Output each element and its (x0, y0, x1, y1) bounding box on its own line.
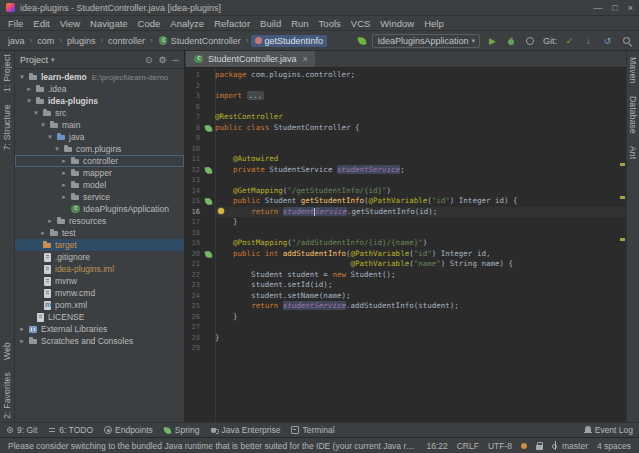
breadcrumb-studentcontroller[interactable]: StudentController (156, 35, 243, 47)
warning-stripe-mark[interactable] (620, 163, 625, 166)
tree-toggle-icon[interactable]: ▸ (60, 169, 68, 177)
spring-bean-gutter-icon[interactable] (205, 250, 212, 257)
code-line-6[interactable]: 6 (185, 102, 626, 113)
tool-window-button-java-enterprise[interactable]: Java Enterprise (210, 425, 280, 435)
line-number[interactable]: 29 (185, 343, 203, 354)
code-line-15[interactable]: 15 public Student getStudentInfo(@PathVa… (185, 196, 626, 207)
tree-item-ideapluginsapplication[interactable]: IdeaPluginsApplication (15, 203, 184, 215)
code-line-28[interactable]: 28} (185, 333, 626, 344)
tree-toggle-icon[interactable]: ▾ (32, 109, 40, 117)
tree-item-learn-demo[interactable]: ▾learn-demoE:\project\learn-demo (15, 71, 184, 83)
breadcrumb-getstudentinfo[interactable]: getStudentInfo (251, 35, 327, 47)
menu-item-tools[interactable]: Tools (314, 17, 346, 30)
tool-window-button-endpoints[interactable]: Endpoints (104, 425, 153, 435)
project-view-selector[interactable]: Project ▾ (20, 55, 55, 65)
tree-toggle-icon[interactable]: ▾ (53, 145, 61, 153)
line-number[interactable]: 2 (185, 81, 203, 92)
line-number[interactable]: 17 (185, 217, 203, 228)
update-indicator-icon[interactable] (521, 443, 527, 449)
tree-item-external-libraries[interactable]: ▸External Libraries (15, 323, 184, 335)
tree-toggle-icon[interactable]: ▾ (25, 97, 33, 105)
code-line-12[interactable]: 12 private StudentService studentService… (185, 165, 626, 176)
line-number[interactable]: 13 (185, 175, 203, 186)
tree-item-resources[interactable]: ▸resources (15, 215, 184, 227)
line-number[interactable]: 11 (185, 154, 203, 165)
tool-window-button-6-todo[interactable]: 6: TODO (48, 425, 93, 435)
run-button[interactable]: ▶ (486, 34, 499, 47)
code-line-21[interactable]: 21 @PathVariable("name") String name) { (185, 259, 626, 270)
tree-item-controller[interactable]: ▸controller (15, 155, 184, 167)
line-number[interactable]: 27 (185, 322, 203, 333)
menu-item-help[interactable]: Help (419, 17, 449, 30)
line-number[interactable]: 24 (185, 291, 203, 302)
tab-close-icon[interactable]: × (303, 54, 308, 64)
tree-toggle-icon[interactable]: ▸ (18, 337, 26, 345)
tree-toggle-icon[interactable]: ▸ (60, 193, 68, 201)
code-line-24[interactable]: 24 student.setName(name); (185, 291, 626, 302)
editor-tab-studentcontroller-java[interactable]: StudentController.java× (186, 51, 315, 67)
menu-item-run[interactable]: Run (286, 17, 313, 30)
intention-bulb-icon[interactable] (218, 208, 224, 214)
breadcrumb-java[interactable]: java (6, 35, 27, 47)
tree-item-model[interactable]: ▸model (15, 179, 184, 191)
profiler-button[interactable] (524, 34, 537, 47)
line-number[interactable]: 14 (185, 186, 203, 197)
tree-item-com-plugins[interactable]: ▾com.plugins (15, 143, 184, 155)
search-everywhere-button[interactable] (620, 34, 633, 47)
line-number[interactable]: 23 (185, 280, 203, 291)
breadcrumb-com[interactable]: com (35, 35, 56, 47)
line-number[interactable]: 28 (185, 333, 203, 344)
tool-window-tab-web[interactable]: Web (2, 342, 12, 360)
tree-item-main[interactable]: ▾main (15, 119, 184, 131)
tree-item-service[interactable]: ▸service (15, 191, 184, 203)
line-number[interactable]: 7 (185, 112, 203, 123)
menu-item-view[interactable]: View (55, 17, 85, 30)
tree-item-pom-xml[interactable]: pom.xml (15, 299, 184, 311)
code-line-18[interactable]: 18 (185, 228, 626, 239)
tree-item-mapper[interactable]: ▸mapper (15, 167, 184, 179)
maximize-button[interactable]: □ (612, 3, 617, 13)
tool-window-tab-database[interactable]: Database (628, 96, 638, 134)
line-number[interactable]: 20 (185, 249, 203, 260)
code-line-20[interactable]: 20 public int addStudentInfo(@PathVariab… (185, 249, 626, 260)
code-line-22[interactable]: 22 Student student = new Student(); (185, 270, 626, 281)
status-message[interactable]: Please consider switching to the bundled… (8, 441, 416, 451)
menu-item-code[interactable]: Code (133, 17, 166, 30)
hide-panel-button[interactable]: ─ (173, 55, 179, 65)
menu-item-edit[interactable]: Edit (28, 17, 54, 30)
run-config-selector[interactable]: IdeaPluginsApplication ▾ (372, 34, 480, 48)
tool-window-tab-ant[interactable]: Ant (628, 146, 638, 159)
code-line-1[interactable]: 1package com.plugins.controller; (185, 70, 626, 81)
locate-file-button[interactable]: ⊙ (145, 55, 153, 65)
tree-toggle-icon[interactable]: ▸ (39, 229, 47, 237)
code-line-10[interactable]: 10 (185, 144, 626, 155)
git-commit-button[interactable]: ✓ (563, 34, 576, 47)
file-encoding-widget[interactable]: UTF-8 (488, 441, 512, 451)
code-line-14[interactable]: 14 @GetMapping("/getStudentInfo/{id}") (185, 186, 626, 197)
code-line-29[interactable]: 29 (185, 343, 626, 354)
menu-item-analyze[interactable]: Analyze (165, 17, 209, 30)
tool-window-tab-7-structure[interactable]: 7: Structure (2, 104, 12, 150)
tree-toggle-icon[interactable]: ▾ (46, 133, 54, 141)
tree-toggle-icon[interactable]: ▾ (39, 121, 47, 129)
debug-button[interactable] (505, 34, 518, 47)
menu-item-build[interactable]: Build (255, 17, 286, 30)
tool-window-tab-2-favorites[interactable]: 2: Favorites (2, 372, 12, 419)
editor-pane[interactable]: 1package com.plugins.controller;23import… (185, 68, 626, 422)
spring-bean-gutter-icon[interactable] (205, 124, 212, 131)
git-revert-button[interactable]: ↺ (601, 34, 614, 47)
tree-item-gitignore[interactable]: .gitignore (15, 251, 184, 263)
tree-toggle-icon[interactable]: ▸ (46, 217, 54, 225)
indent-widget[interactable]: 4 spaces (597, 441, 631, 451)
tree-item-mvnw-cmd[interactable]: mvnw.cmd (15, 287, 184, 299)
tree-item-idea-plugins-iml[interactable]: idea-plugins.iml (15, 263, 184, 275)
line-number[interactable]: 8 (185, 123, 203, 134)
menu-item-window[interactable]: Window (375, 17, 419, 30)
minimize-button[interactable]: — (593, 3, 602, 13)
close-button[interactable]: × (628, 3, 633, 13)
line-number[interactable]: 1 (185, 70, 203, 81)
line-number[interactable]: 10 (185, 144, 203, 155)
tree-toggle-icon[interactable]: ▸ (18, 325, 26, 333)
code-line-26[interactable]: 26 } (185, 312, 626, 323)
menu-item-navigate[interactable]: Navigate (85, 17, 133, 30)
